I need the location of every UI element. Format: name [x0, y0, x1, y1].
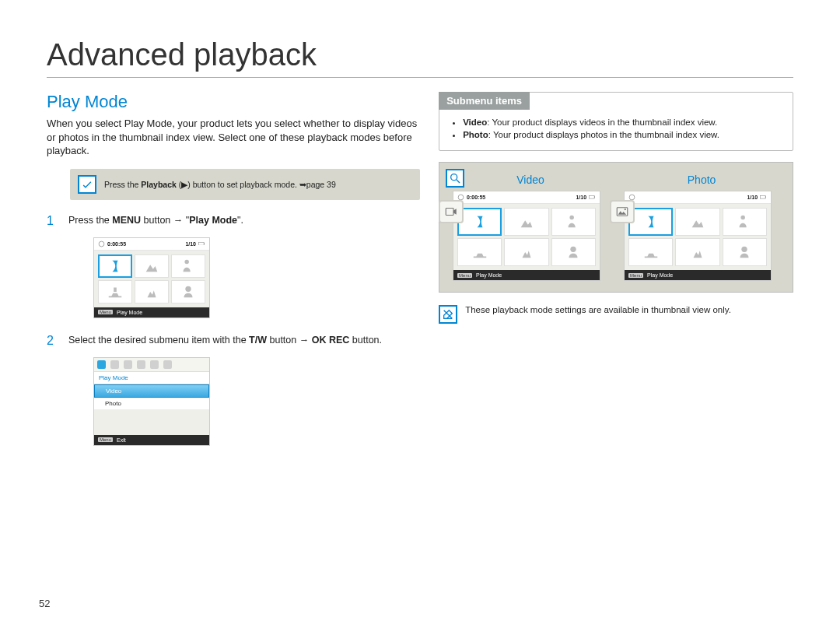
svg-rect-8 — [589, 196, 594, 199]
left-column: Play Mode When you select Play Mode, you… — [47, 92, 420, 461]
lcd-counter: 1/10 — [185, 241, 196, 247]
step-text: Select the desired submenu item with the… — [68, 334, 382, 348]
thumbnail — [551, 208, 596, 236]
submenu-item: Video: Your product displays videos in t… — [463, 118, 782, 127]
svg-point-12 — [625, 209, 626, 210]
footnote-row: These playback mode settings are availab… — [439, 305, 793, 324]
submenu-header: Submenu items — [439, 92, 530, 110]
menu-header: Play Mode — [94, 372, 209, 384]
thumbnail — [628, 208, 673, 236]
thumbnail — [98, 254, 132, 278]
thumbnail — [171, 280, 205, 303]
right-column: Submenu items Video: Your product displa… — [439, 92, 793, 461]
photo-mode-icon — [610, 200, 635, 223]
thumbnail — [135, 254, 169, 278]
battery-icon — [760, 194, 767, 201]
thumbnail — [628, 238, 673, 266]
tab-icon — [137, 360, 145, 369]
preview-video: Video 0:00:55 — [453, 174, 608, 281]
lcd-menu-screen: Play Mode Video Photo Menu Exit — [93, 357, 420, 446]
svg-rect-14 — [760, 196, 765, 199]
battery-icon — [198, 240, 205, 247]
footnote-text: These playback mode settings are availab… — [465, 305, 731, 314]
svg-rect-9 — [594, 196, 595, 198]
step-text: Press the MENU button → "Play Mode". — [68, 214, 243, 228]
svg-rect-2 — [204, 243, 205, 244]
lcd-footer-label: Play Mode — [117, 310, 142, 315]
svg-rect-1 — [198, 242, 204, 245]
tab-icon — [163, 360, 172, 369]
lcd-thumbnail-screen: 0:00:55 1/10 — [93, 237, 420, 318]
storage-icon — [98, 240, 105, 247]
submenu-item: Photo: Your product displays photos in t… — [463, 130, 782, 139]
thumbnail — [457, 238, 502, 266]
tab-icon — [150, 360, 159, 369]
menu-tag: Menu — [628, 273, 643, 278]
svg-point-4 — [451, 174, 457, 181]
check-icon — [78, 175, 96, 194]
precheck-text: Press the Playback (▶) button to set pla… — [104, 180, 336, 189]
thumbnail — [675, 238, 719, 266]
menu-row-video: Video — [94, 384, 209, 398]
menu-tag: Menu — [98, 310, 113, 314]
tab-icons-row — [94, 358, 209, 372]
precheck-box: Press the Playback (▶) button to set pla… — [70, 169, 420, 200]
section-title: Play Mode — [47, 92, 420, 112]
submenu-card: Submenu items Video: Your product displa… — [439, 92, 793, 151]
video-mode-icon — [439, 200, 464, 223]
preview-photo: Photo 1/10 — [624, 174, 779, 281]
lcd-footer-label: Play Mode — [476, 272, 502, 278]
thumbnail — [135, 280, 169, 303]
lcd-counter: 1/10 — [747, 195, 758, 200]
thumbnail — [723, 238, 767, 266]
thumbnail — [723, 208, 767, 236]
battery-icon — [589, 194, 596, 201]
svg-point-3 — [185, 286, 191, 291]
thumbnail — [171, 254, 205, 278]
svg-point-10 — [571, 247, 576, 252]
thumbnail — [551, 238, 596, 266]
lcd-time: 0:00:55 — [467, 195, 485, 200]
thumbnail — [98, 280, 132, 303]
thumbnail — [675, 208, 719, 236]
menu-tag: Menu — [457, 273, 472, 278]
thumbnail — [457, 208, 502, 236]
step-1: 1 Press the MENU button → "Play Mode". — [47, 214, 420, 228]
svg-line-5 — [457, 180, 460, 183]
preview-label-photo: Photo — [624, 174, 779, 186]
page-number: 52 — [39, 598, 50, 609]
page-title: Advanced playback — [47, 37, 793, 78]
intro-text: When you select Play Mode, your product … — [47, 117, 420, 158]
menu-tag: Menu — [98, 437, 113, 442]
lcd-counter: 1/10 — [576, 195, 586, 200]
svg-rect-15 — [765, 196, 766, 198]
tab-icon — [124, 360, 132, 369]
preview-card: Video 0:00:55 — [439, 162, 793, 293]
note-icon — [439, 305, 457, 324]
thumbnail — [504, 208, 548, 236]
svg-point-7 — [458, 195, 464, 200]
preview-label-video: Video — [453, 174, 608, 186]
tab-icon — [110, 360, 119, 369]
step-2: 2 Select the desired submenu item with t… — [47, 334, 420, 348]
lcd-footer-label: Play Mode — [647, 272, 673, 278]
svg-rect-6 — [446, 209, 453, 216]
step-number: 2 — [47, 334, 59, 348]
tab-icon — [97, 360, 106, 369]
svg-point-13 — [629, 195, 635, 200]
step-number: 1 — [47, 214, 59, 228]
lcd-footer-label: Exit — [117, 437, 126, 443]
lcd-time: 0:00:55 — [107, 241, 126, 247]
svg-point-16 — [742, 247, 747, 252]
magnifier-icon — [446, 169, 464, 188]
svg-point-0 — [99, 241, 104, 247]
thumbnail — [504, 238, 548, 266]
menu-row-photo: Photo — [94, 398, 209, 410]
